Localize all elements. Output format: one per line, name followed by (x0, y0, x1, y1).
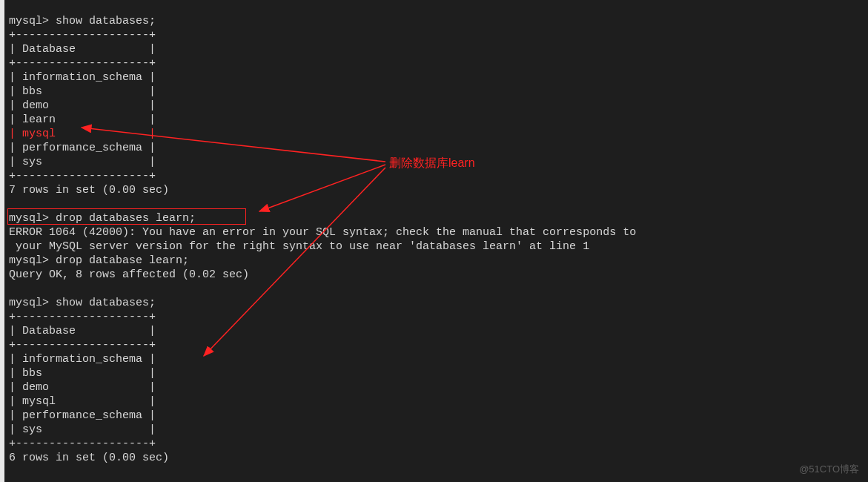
error-line: your MySQL server version for the right … (9, 240, 589, 253)
table-sep: +--------------------+ (9, 339, 156, 351)
table-row: | information_schema | (9, 353, 156, 366)
command-show-databases-1: show databases; (56, 15, 156, 27)
table-sep: +--------------------+ (9, 170, 156, 182)
terminal-output: mysql> show databases; +----------------… (6, 0, 868, 465)
result-line: 7 rows in set (0.00 sec) (9, 184, 169, 197)
error-line: ERROR 1064 (42000): You have an error in… (9, 226, 636, 239)
command-drop-database: drop database learn; (56, 254, 189, 267)
table-sep: +--------------------+ (9, 438, 156, 450)
prompt: mysql> (9, 254, 56, 267)
prompt: mysql> (9, 297, 56, 309)
table-row: | mysql | (9, 395, 156, 408)
table-row: | demo | (9, 381, 156, 394)
left-edge-strip (0, 0, 4, 482)
command-show-databases-2: show databases; (56, 297, 156, 309)
table-sep: +--------------------+ (9, 29, 156, 42)
result-line: 6 rows in set (0.00 sec) (9, 452, 169, 464)
prompt: mysql> (9, 15, 56, 27)
result-line: Query OK, 8 rows affected (0.02 sec) (9, 268, 249, 281)
table-row: | bbs | (9, 85, 156, 98)
watermark: @51CTO博客 (799, 463, 859, 476)
table-header: | Database | (9, 325, 156, 337)
table-row: | bbs | (9, 367, 156, 380)
table-row: | demo | (9, 99, 156, 112)
table-row: | performance_schema | (9, 409, 156, 422)
table-row: | information_schema | (9, 71, 156, 84)
table-sep: +--------------------+ (9, 311, 156, 323)
table-row: | learn | (9, 113, 156, 126)
table-header: | Database | (9, 43, 156, 56)
command-drop-databases-error: drop databases learn; (56, 212, 196, 225)
table-row-highlighted: | mysql | (9, 128, 156, 140)
table-row: | sys | (9, 156, 156, 168)
prompt: mysql> (9, 212, 56, 225)
table-row: | performance_schema | (9, 142, 156, 154)
annotation-label: 删除数据库learn (389, 156, 475, 171)
table-row: | sys | (9, 423, 156, 436)
table-sep: +--------------------+ (9, 57, 156, 70)
